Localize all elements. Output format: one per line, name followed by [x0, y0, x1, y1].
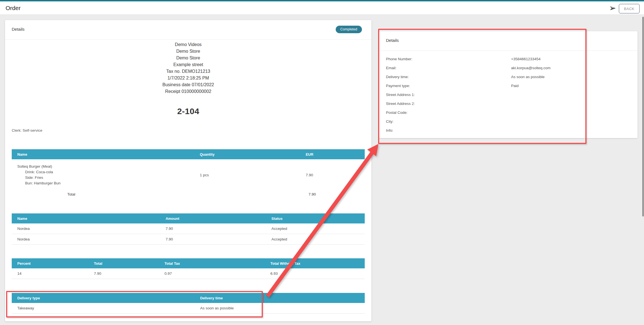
- delivery-type: Takeaway: [12, 306, 195, 310]
- col-header-amount: Amount: [160, 216, 266, 221]
- item-name-cell: Solteq Burger (Meal) Drink: Coca-cola Si…: [12, 164, 194, 186]
- items-table-header: Name Quantity EUR: [12, 149, 365, 159]
- receipt-line: Demo Videos: [5, 41, 371, 48]
- receipt-line: Tax no. DEMO121213: [5, 68, 371, 75]
- field-label: Street Address 2:: [386, 102, 415, 106]
- receipt-header: Demo Videos Demo Store Demo Store Exampl…: [5, 41, 371, 95]
- payment-status: Accepted: [266, 227, 365, 231]
- total-value: 7.90: [300, 192, 365, 196]
- customer-details-card: Details Phone Number: +3584661233454 Ema…: [379, 31, 638, 138]
- send-icon[interactable]: ➢: [609, 3, 616, 13]
- status-badge: Completed: [336, 26, 362, 33]
- delivery-time: As soon as possible: [195, 306, 365, 310]
- field-label: Street Address 1:: [386, 93, 415, 97]
- payment-amount: 7.90: [160, 237, 266, 241]
- table-row: 14 7.90 0.97 6.93: [12, 268, 365, 279]
- item-modifier: Side: Fries: [17, 175, 194, 180]
- receipt-line: Example street: [5, 61, 371, 68]
- col-header-name: Name: [12, 152, 194, 157]
- table-row: Nordea 7.90 Accepted: [12, 234, 365, 245]
- top-bar: Order ➢ BACK: [0, 0, 644, 15]
- detail-row-city: City:: [379, 117, 638, 126]
- items-table: Name Quantity EUR Solteq Burger (Meal) D…: [12, 149, 365, 201]
- field-label: City:: [386, 119, 393, 124]
- payment-amount: 7.90: [160, 227, 266, 231]
- field-label: Delivery time:: [386, 75, 409, 79]
- detail-row-phone: Phone Number: +3584661233454: [379, 55, 638, 64]
- tax-total-tax: 0.97: [159, 271, 265, 276]
- payments-table: Name Amount Status Nordea 7.90 Accepted …: [12, 213, 365, 245]
- item-name: Solteq Burger (Meal): [17, 164, 194, 169]
- col-header-total: Total: [88, 261, 159, 266]
- tax-table: Percent Total Total Tax Total Without Ta…: [12, 258, 365, 279]
- detail-row-email: Email: aki.korpua@solteq.com: [379, 64, 638, 73]
- table-row: Solteq Burger (Meal) Drink: Coca-cola Si…: [12, 159, 365, 188]
- detail-row-delivery-time: Delivery time: As soon as possible: [379, 73, 638, 81]
- col-header-total-tax: Total Tax: [159, 261, 265, 266]
- col-header-eur: EUR: [300, 152, 365, 157]
- col-header-percent: Percent: [12, 261, 88, 266]
- order-details-card: Details Completed Demo Videos Demo Store…: [5, 20, 371, 321]
- delivery-table: Delivery type Delivery time Takeaway As …: [12, 293, 365, 314]
- detail-row-street-2: Street Address 2:: [379, 99, 638, 108]
- table-row: Nordea 7.90 Accepted: [12, 223, 365, 234]
- vertical-scrollbar[interactable]: [642, 17, 644, 216]
- payment-name: Nordea: [12, 237, 160, 241]
- col-header-name: Name: [12, 216, 160, 221]
- tax-table-header: Percent Total Total Tax Total Without Ta…: [12, 258, 365, 268]
- page-title: Order: [6, 5, 21, 11]
- col-header-delivery-time: Delivery time: [195, 296, 365, 300]
- receipt-line: Demo Store: [5, 48, 371, 55]
- tax-percent: 14: [12, 271, 88, 276]
- field-label: Email:: [386, 66, 397, 70]
- detail-row-street-1: Street Address 1:: [379, 90, 638, 99]
- field-label: Phone Number:: [386, 57, 412, 61]
- field-value: Paid: [511, 84, 519, 88]
- clerk-label: Clerk: Self-service: [5, 128, 371, 133]
- item-price: 7.90: [300, 173, 365, 177]
- receipt-line: Demo Store: [5, 55, 371, 61]
- field-label: Postal Code:: [386, 110, 407, 115]
- tax-total-without-tax: 6.93: [265, 271, 365, 276]
- tax-total: 7.90: [88, 271, 159, 276]
- item-quantity: 1 pcs: [194, 173, 300, 177]
- items-total-row: Total 7.90: [12, 188, 365, 201]
- right-card-header: Details: [379, 31, 638, 51]
- item-modifier: Bun: Hamburger Bun: [17, 180, 194, 186]
- back-button[interactable]: BACK: [619, 4, 640, 13]
- left-card-header: Details Completed: [5, 20, 371, 40]
- field-label: Info:: [386, 128, 393, 133]
- col-header-total-without-tax: Total Without Tax: [265, 261, 365, 266]
- table-row: Takeaway As soon as possible: [12, 303, 365, 314]
- detail-row-postal-code: Postal Code:: [379, 108, 638, 117]
- total-label: Total: [12, 192, 194, 196]
- receipt-line: Business date 07/01/2022: [5, 81, 371, 88]
- col-header-status: Status: [266, 216, 365, 221]
- receipt-line: Receipt 010000000002: [5, 88, 371, 95]
- col-header-delivery-type: Delivery type: [12, 296, 195, 300]
- receipt-line: 1/7/2022 2:18:25 PM: [5, 75, 371, 81]
- payment-name: Nordea: [12, 227, 160, 231]
- order-number: 2-104: [5, 107, 371, 116]
- field-value: aki.korpua@solteq.com: [511, 66, 550, 70]
- field-value: +3584661233454: [511, 57, 541, 61]
- delivery-table-header: Delivery type Delivery time: [12, 293, 365, 303]
- right-card-title: Details: [386, 38, 399, 43]
- item-modifier: Drink: Coca-cola: [17, 169, 194, 175]
- payments-table-header: Name Amount Status: [12, 213, 365, 223]
- field-label: Payment type:: [386, 84, 410, 88]
- detail-row-payment-type: Payment type: Paid: [379, 81, 638, 90]
- customer-detail-rows: Phone Number: +3584661233454 Email: aki.…: [379, 51, 638, 135]
- left-card-title: Details: [12, 27, 25, 32]
- field-value: As soon as possible: [511, 75, 545, 79]
- detail-row-info: Info:: [379, 126, 638, 135]
- payment-status: Accepted: [266, 237, 365, 241]
- col-header-quantity: Quantity: [194, 152, 300, 157]
